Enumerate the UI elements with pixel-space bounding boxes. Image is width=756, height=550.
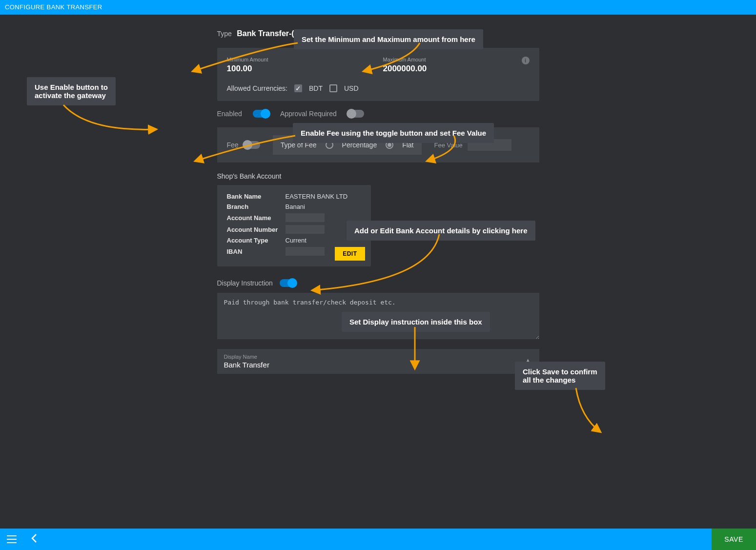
edit-bank-button[interactable]: EDIT [335,247,365,261]
maximum-amount-field[interactable]: Maximum Amount 2000000.00 i [383,57,530,74]
currency-usd-checkbox[interactable] [329,84,337,92]
approval-required-label: Approval Required [280,110,337,118]
account-type-label: Account Type [227,237,286,244]
allowed-currencies-row: Allowed Currencies: ✓ BDT USD [227,84,530,92]
shop-bank-account-label: Shop's Bank Account [217,172,539,180]
minimum-amount-label: Minimum Amount [227,57,373,62]
account-name-label: Account Name [227,214,286,222]
currency-bdt-label: BDT [309,84,323,92]
currency-bdt-checkbox[interactable]: ✓ [294,84,302,92]
enabled-toggle[interactable] [253,110,269,118]
account-type-value: Current [286,237,306,244]
branch-label: Branch [227,203,286,210]
maximum-amount-value: 2000000.00 [383,64,427,74]
minimum-amount-field[interactable]: Minimum Amount 100.00 [227,57,373,74]
annotation-save: Click Save to confirm all the changes [515,362,605,390]
iban-label: IBAN [227,248,286,255]
currency-usd-label: USD [344,84,359,92]
branch-value: Banani [286,203,305,210]
display-name-label: Display Name [224,354,269,360]
annotation-enable: Use Enable button to activate the gatewa… [27,77,116,105]
display-name-panel[interactable]: Display Name Bank Transfer ▲ [217,349,539,374]
display-instruction-toggle[interactable] [280,279,296,287]
annotation-bank: Add or Edit Bank Account details by clic… [347,221,535,241]
annotation-minmax: Set the Minimum and Maximum amount from … [294,29,483,49]
fee-label: Fee [227,141,239,149]
fee-toggle[interactable] [244,141,260,149]
bank-name-value: EASTERN BANK LTD [286,193,348,200]
account-number-label: Account Number [227,226,286,233]
amount-panel: Minimum Amount 100.00 Maximum Amount 200… [217,48,539,101]
iban-input[interactable] [286,247,325,256]
toggle-row: Enabled Approval Required [217,110,539,118]
annotation-display: Set Display instruction inside this box [342,312,490,332]
account-name-input[interactable] [286,213,325,222]
account-number-input[interactable] [286,225,325,234]
minimum-amount-value: 100.00 [227,64,373,74]
maximum-amount-label: Maximum Amount [383,57,427,62]
allowed-currencies-label: Allowed Currencies: [227,84,288,92]
display-name-value: Bank Transfer [224,361,269,369]
display-instruction-label: Display Instruction [217,279,273,287]
approval-required-toggle[interactable] [347,110,364,118]
info-icon[interactable]: i [522,57,530,64]
annotation-fee: Enable Fee using the toggle button and s… [293,123,494,143]
display-instruction-row: Display Instruction [217,279,539,287]
top-bar: CONFIGURE BANK TRANSFER [0,0,756,15]
enabled-label: Enabled [217,110,242,118]
type-label: Type [217,30,232,38]
bank-name-label: Bank Name [227,193,286,200]
top-bar-title: CONFIGURE BANK TRANSFER [5,3,102,11]
